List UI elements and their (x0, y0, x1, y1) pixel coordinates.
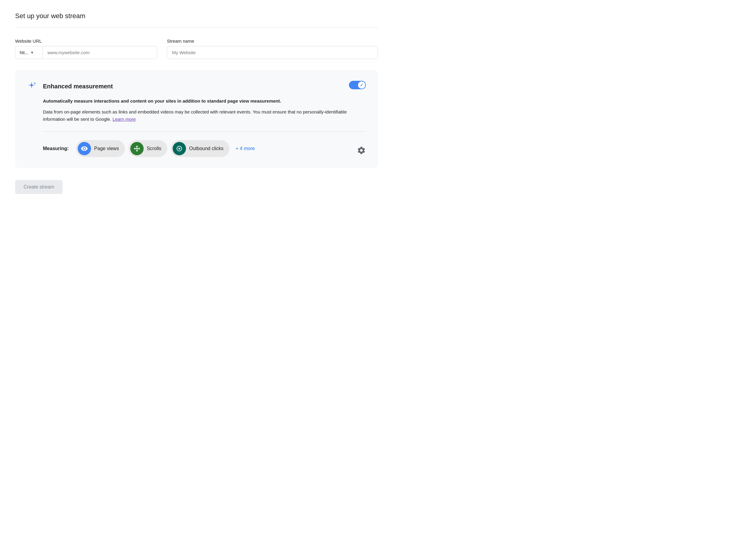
page-views-chip[interactable]: Page views (76, 140, 125, 157)
measuring-label: Measuring: (43, 146, 69, 151)
protocol-text: htt... (20, 50, 28, 55)
svg-point-1 (178, 148, 180, 149)
enhanced-toggle[interactable]: ✓ (349, 81, 366, 89)
outbound-clicks-icon (173, 142, 186, 155)
page-views-label: Page views (94, 146, 119, 151)
sparkle-icon (27, 81, 38, 92)
page-title: Set up your web stream (15, 12, 378, 20)
card-body: Automatically measure interactions and c… (27, 98, 366, 157)
stream-name-label: Stream name (167, 38, 378, 43)
outbound-clicks-chip[interactable]: Outbound clicks (171, 140, 229, 157)
scrolls-label: Scrolls (147, 146, 161, 151)
scrolls-chip[interactable]: Scrolls (129, 140, 167, 157)
url-input-row: htt... ▼ (15, 46, 157, 59)
scrolls-icon (130, 142, 144, 155)
create-stream-button[interactable]: Create stream (15, 180, 62, 194)
enhanced-measurement-card: ✓ Enhanced measurement Automatically mea… (15, 70, 378, 168)
stream-name-input[interactable] (167, 46, 378, 59)
settings-gear-icon[interactable] (357, 146, 366, 157)
card-header: Enhanced measurement (27, 81, 366, 92)
outbound-clicks-label: Outbound clicks (189, 146, 223, 151)
card-desc-bold: Automatically measure interactions and c… (43, 98, 366, 105)
card-divider (43, 131, 366, 132)
stream-name-field-group: Stream name (167, 38, 378, 59)
toggle-thumb: ✓ (358, 82, 365, 89)
enhanced-measurement-title: Enhanced measurement (43, 83, 113, 90)
more-link[interactable]: + 4 more (235, 146, 255, 151)
url-input[interactable] (42, 46, 157, 59)
protocol-dropdown[interactable]: htt... ▼ (15, 46, 42, 59)
chevron-down-icon: ▼ (30, 50, 34, 55)
measuring-row: Measuring: Page views (43, 140, 366, 157)
website-url-field-group: Website URL htt... ▼ (15, 38, 157, 59)
learn-more-link[interactable]: Learn more (113, 117, 136, 122)
page-views-icon (78, 142, 91, 155)
enhanced-toggle-container[interactable]: ✓ (349, 81, 366, 89)
url-stream-section: Website URL htt... ▼ Stream name (15, 38, 378, 59)
website-url-label: Website URL (15, 38, 157, 43)
toggle-track: ✓ (349, 81, 366, 89)
check-icon: ✓ (360, 83, 364, 88)
measurement-chips: Page views Scrolls (76, 140, 366, 157)
card-desc-normal: Data from on-page elements such as links… (43, 108, 366, 123)
